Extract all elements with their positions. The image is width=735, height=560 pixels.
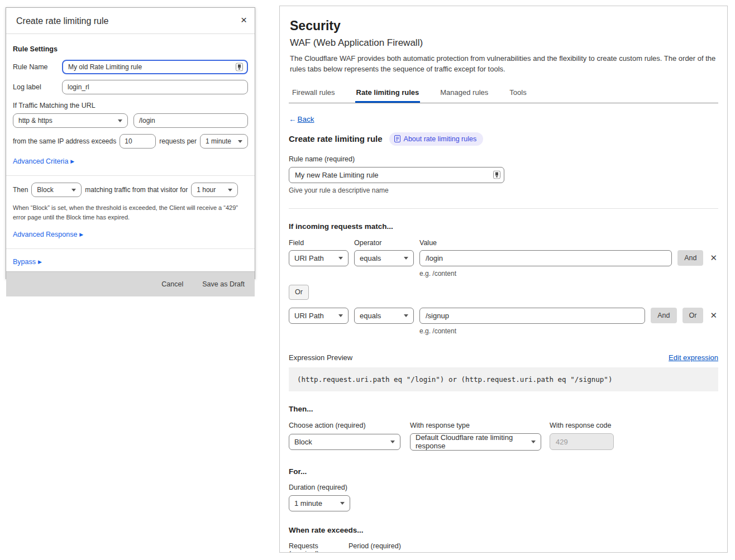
page-description: The Cloudflare WAF provides both automat…: [290, 54, 718, 75]
dialog-title: Create rate limiting rule: [16, 16, 108, 26]
field-select[interactable]: URI Path: [289, 250, 349, 266]
chevron-down-icon: [531, 441, 536, 443]
tab-managed-rules[interactable]: Managed rules: [439, 83, 489, 103]
duration-select[interactable]: 1 minute: [289, 495, 350, 511]
edit-expression-link[interactable]: Edit expression: [669, 353, 718, 362]
action-select-value: Block: [294, 438, 312, 446]
triangle-right-icon: ▶: [79, 232, 83, 237]
autofill-icon[interactable]: [236, 63, 243, 71]
requests-label: Requests (required): [289, 542, 349, 553]
and-button[interactable]: And: [677, 250, 703, 266]
threshold-prefix-text: from the same IP address exceeds: [13, 137, 116, 145]
then-label: Then: [13, 186, 28, 194]
then-suffix-text: matching traffic from that visitor for: [85, 186, 188, 194]
field-select-value: URI Path: [294, 254, 324, 262]
chevron-down-icon: [340, 502, 345, 505]
remove-condition-icon[interactable]: ✕: [709, 310, 718, 320]
traffic-matching-heading: If Traffic Matching the URL: [13, 102, 248, 109]
legacy-rate-limit-dialog: Create rate limiting rule × Rule Setting…: [6, 7, 255, 279]
action-label: Choose action (required): [289, 422, 410, 429]
period-select[interactable]: 1 minute: [200, 134, 248, 149]
autofill-icon[interactable]: [493, 171, 500, 179]
cancel-button[interactable]: Cancel: [161, 280, 183, 288]
dialog-body: Rule Settings Rule Name My old Rate Limi…: [6, 34, 255, 271]
rule-name-value: My old Rate Limiting rule: [68, 63, 142, 71]
expression-code: (http.request.uri.path eq "/login") or (…: [289, 367, 718, 391]
divider: [6, 175, 255, 176]
dialog-footer: Cancel Save as Draft: [6, 271, 255, 296]
scheme-select-value: http & https: [18, 117, 52, 125]
value-column-label: Value: [419, 239, 437, 247]
period-label: Period (required): [349, 542, 401, 553]
value-hint: e.g. /content: [419, 270, 718, 277]
url-input[interactable]: /login: [133, 113, 248, 128]
operator-select-value: equals: [360, 254, 381, 262]
back-link[interactable]: ← Back: [289, 115, 314, 123]
back-label: Back: [298, 115, 314, 123]
divider: [289, 208, 718, 209]
action-select[interactable]: Block: [31, 183, 82, 197]
action-select-value: Block: [37, 186, 53, 194]
for-section-heading: For...: [289, 467, 718, 476]
doc-icon: [394, 135, 400, 142]
rule-name-label: Rule Name: [13, 63, 62, 71]
response-code-value: 429: [556, 438, 568, 446]
tab-tools[interactable]: Tools: [508, 83, 527, 103]
page-title: Security: [290, 18, 718, 33]
operator-select[interactable]: equals: [354, 308, 414, 324]
block-duration-value: 1 hour: [197, 186, 216, 194]
response-type-select[interactable]: Default Cloudflare rate limiting respons…: [410, 433, 541, 451]
condition-row: URI Path equals And ✕: [289, 250, 718, 266]
divider: [6, 248, 255, 249]
expression-preview-label: Expression Preview: [289, 353, 352, 362]
form-title: Create rate limiting rule: [289, 134, 383, 143]
log-label-label: Log label: [13, 83, 62, 91]
rule-name-label: Rule name (required): [289, 155, 718, 163]
then-section-heading: Then...: [289, 405, 718, 413]
advanced-response-link[interactable]: Advanced Response ▶: [13, 231, 83, 238]
log-label-value: login_rl: [68, 83, 89, 91]
value-hint: e.g. /content: [419, 327, 718, 335]
rate-section-heading: When rate exceeds...: [289, 526, 718, 534]
duration-value: 1 minute: [294, 499, 322, 508]
rule-name-input[interactable]: My old Rate Limiting rule: [62, 60, 248, 74]
close-icon[interactable]: ×: [241, 16, 247, 24]
duration-label: Duration (required): [289, 484, 718, 491]
triangle-right-icon: ▶: [70, 159, 74, 164]
url-value: /login: [139, 117, 155, 125]
triangle-right-icon: ▶: [38, 259, 42, 265]
and-button[interactable]: And: [651, 308, 676, 323]
waf-security-panel: Security WAF (Web Application Firewall) …: [279, 6, 728, 553]
or-connector-button[interactable]: Or: [289, 285, 309, 300]
value-input[interactable]: [419, 308, 645, 324]
or-button[interactable]: Or: [682, 308, 704, 323]
operator-select[interactable]: equals: [354, 250, 414, 266]
value-input[interactable]: [419, 250, 672, 266]
match-section-heading: If incoming requests match...: [289, 222, 718, 231]
chevron-down-icon: [118, 119, 122, 122]
requests-count-input[interactable]: 10: [120, 134, 156, 149]
advanced-criteria-link[interactable]: Advanced Criteria ▶: [13, 157, 74, 165]
tab-rate-limiting-rules[interactable]: Rate limiting rules: [355, 83, 421, 103]
bypass-label: Bypass: [13, 258, 36, 266]
field-select[interactable]: URI Path: [289, 308, 349, 324]
requests-per-text: requests per: [159, 137, 197, 145]
advanced-response-label: Advanced Response: [13, 231, 77, 238]
log-label-input[interactable]: login_rl: [62, 80, 248, 94]
about-rate-limiting-badge[interactable]: About rate limiting rules: [389, 132, 484, 146]
scheme-select[interactable]: http & https: [13, 113, 128, 128]
arrow-left-icon: ←: [289, 115, 297, 123]
rule-settings-heading: Rule Settings: [13, 45, 248, 53]
page-subtitle: WAF (Web Application Firewall): [290, 37, 718, 49]
operator-select-value: equals: [360, 312, 381, 320]
action-select[interactable]: Block: [289, 434, 400, 450]
rule-name-input[interactable]: [289, 167, 504, 183]
block-duration-select[interactable]: 1 hour: [191, 183, 238, 197]
chevron-down-icon: [228, 189, 232, 192]
advanced-criteria-label: Advanced Criteria: [13, 157, 68, 165]
condition-row: URI Path equals And Or ✕: [289, 308, 718, 324]
save-as-draft-button[interactable]: Save as Draft: [202, 280, 245, 288]
bypass-link[interactable]: Bypass ▶: [13, 258, 42, 266]
tab-firewall-rules[interactable]: Firewall rules: [291, 83, 336, 103]
remove-condition-icon[interactable]: ✕: [709, 253, 718, 263]
